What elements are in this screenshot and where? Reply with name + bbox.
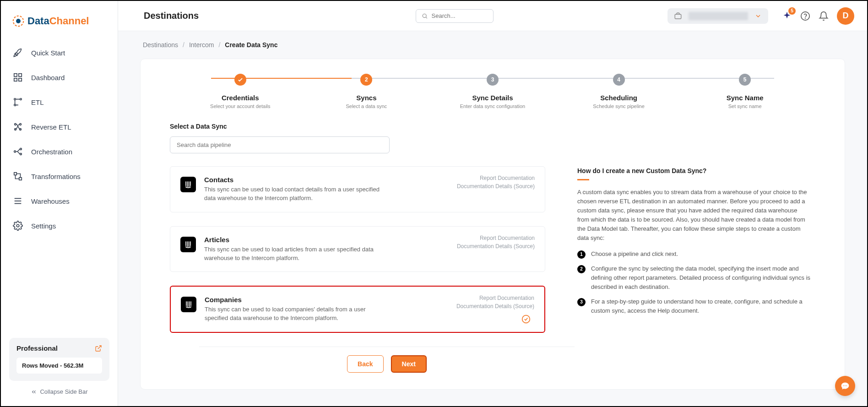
- svg-point-14: [20, 148, 22, 150]
- sidebar-item-etl[interactable]: ETL: [7, 90, 111, 114]
- svg-point-13: [14, 151, 16, 152]
- transformations-icon: [13, 171, 23, 181]
- svg-rect-33: [190, 241, 191, 246]
- report-doc-link[interactable]: Report Documentation: [456, 294, 534, 302]
- help-title: How do I create a new Custom Data Sync?: [577, 166, 811, 176]
- next-button[interactable]: Next: [391, 355, 427, 373]
- help-step: 3 For a step-by-step guide to understand…: [577, 297, 811, 315]
- sidebar-item-dashboard[interactable]: Dashboard: [7, 65, 111, 90]
- svg-rect-5: [19, 78, 22, 81]
- svg-rect-35: [188, 302, 189, 307]
- svg-point-15: [20, 153, 22, 155]
- step-scheduling[interactable]: 4 Scheduling Schedule sync pipeline: [556, 74, 682, 109]
- help-step: 1 Choose a pipeline and click next.: [577, 250, 811, 259]
- svg-point-9: [15, 124, 16, 125]
- svg-rect-34: [186, 302, 187, 306]
- svg-rect-17: [19, 178, 22, 180]
- rocket-icon: [13, 48, 23, 58]
- chat-icon: [841, 381, 850, 391]
- doc-details-link[interactable]: Documentation Details (Source): [456, 302, 534, 310]
- stepper: Credentials Select your account details …: [141, 72, 845, 123]
- page-title: Destinations: [144, 11, 199, 21]
- sidebar-item-quickstart[interactable]: Quick Start: [7, 40, 111, 65]
- doc-details-link[interactable]: Documentation Details (Source): [457, 182, 535, 190]
- svg-point-40: [845, 385, 846, 386]
- sidebar-item-label: Settings: [31, 222, 56, 230]
- step-sync-name[interactable]: 5 Sync Name Set sync name: [682, 74, 808, 109]
- help-step: 2 Configure the sync by selecting the da…: [577, 264, 811, 292]
- reverse-etl-icon: [13, 122, 23, 132]
- logo-text-1: Data: [27, 15, 49, 27]
- step-sync-details[interactable]: 3 Sync Details Enter data sync configura…: [429, 74, 556, 109]
- bell-icon[interactable]: [819, 11, 829, 21]
- external-link-icon[interactable]: [95, 345, 102, 352]
- section-label: Select a Data Sync: [170, 123, 815, 130]
- sidebar-item-label: Reverse ETL: [31, 123, 71, 131]
- svg-point-1: [16, 19, 21, 23]
- selected-check-icon: [521, 315, 531, 324]
- sync-card-articles[interactable]: Articles This sync can be used to load a…: [170, 226, 545, 272]
- breadcrumb: Destinations / Intercom / Create Data Sy…: [143, 41, 845, 49]
- user-avatar[interactable]: D: [837, 7, 854, 25]
- doc-details-link[interactable]: Documentation Details (Source): [457, 242, 535, 250]
- ai-sparkle[interactable]: 5: [782, 11, 792, 21]
- sidebar-item-settings[interactable]: Settings: [7, 213, 111, 238]
- svg-rect-29: [190, 181, 191, 186]
- svg-rect-32: [189, 241, 190, 247]
- sidebar-item-reverse-etl[interactable]: Reverse ETL: [7, 114, 111, 139]
- svg-rect-27: [187, 181, 188, 187]
- sidebar: DataChannel Quick Start Dashboard ETL Re…: [1, 1, 118, 406]
- svg-rect-36: [189, 302, 190, 307]
- collapse-sidebar[interactable]: Collapse Side Bar: [9, 381, 109, 397]
- sync-card-companies[interactable]: Companies This sync can be used to load …: [170, 286, 545, 333]
- grid-icon: [13, 72, 23, 82]
- sidebar-item-transformations[interactable]: Transformations: [7, 164, 111, 189]
- logo-icon: [12, 15, 25, 27]
- svg-rect-31: [187, 241, 188, 247]
- sync-desc: This sync can be used to load articles f…: [204, 245, 383, 263]
- svg-point-22: [423, 14, 426, 17]
- pipeline-search[interactable]: [170, 136, 390, 153]
- pipeline-search-input[interactable]: [177, 141, 383, 148]
- warehouses-icon: [13, 196, 23, 206]
- sidebar-item-orchestration[interactable]: Orchestration: [7, 139, 111, 164]
- topbar: Destinations 5 D: [118, 1, 867, 31]
- sync-desc: This sync can be used to load companies'…: [205, 305, 383, 323]
- svg-rect-28: [189, 181, 190, 187]
- sync-card-contacts[interactable]: Contacts This sync can be used to load c…: [170, 166, 545, 212]
- wizard-card: Credentials Select your account details …: [140, 59, 845, 390]
- org-icon: [674, 12, 682, 20]
- report-doc-link[interactable]: Report Documentation: [457, 174, 535, 182]
- back-button[interactable]: Back: [347, 355, 383, 373]
- intercom-icon: [180, 177, 196, 192]
- breadcrumb-item[interactable]: Destinations: [143, 41, 178, 49]
- breadcrumb-current: Create Data Sync: [225, 41, 277, 49]
- svg-rect-23: [675, 14, 681, 19]
- sidebar-item-warehouses[interactable]: Warehouses: [7, 189, 111, 213]
- svg-rect-30: [185, 241, 186, 246]
- logo[interactable]: DataChannel: [1, 10, 118, 40]
- svg-point-7: [20, 98, 22, 100]
- help-panel: How do I create a new Custom Data Sync? …: [577, 166, 811, 373]
- svg-point-25: [805, 18, 806, 18]
- step-credentials[interactable]: Credentials Select your account details: [177, 74, 304, 109]
- sidebar-item-label: Quick Start: [31, 49, 65, 57]
- sidebar-item-label: Transformations: [31, 173, 81, 180]
- svg-rect-26: [185, 181, 186, 186]
- report-doc-link[interactable]: Report Documentation: [457, 234, 535, 242]
- chat-fab[interactable]: [835, 376, 855, 396]
- breadcrumb-item[interactable]: Intercom: [189, 41, 214, 49]
- svg-rect-4: [14, 78, 17, 81]
- svg-point-8: [14, 104, 16, 106]
- svg-point-21: [16, 224, 19, 227]
- svg-rect-16: [14, 173, 17, 175]
- help-icon[interactable]: [800, 11, 810, 21]
- org-selector[interactable]: [667, 8, 768, 24]
- global-search[interactable]: [416, 9, 494, 23]
- step-syncs[interactable]: 2 Syncs Select a data sync: [304, 74, 430, 109]
- sidebar-item-label: ETL: [31, 98, 44, 106]
- svg-rect-2: [14, 74, 17, 76]
- search-input[interactable]: [432, 12, 488, 19]
- plan-card: Professional Rows Moved - 562.3M: [9, 338, 109, 381]
- plan-title: Professional: [16, 344, 58, 352]
